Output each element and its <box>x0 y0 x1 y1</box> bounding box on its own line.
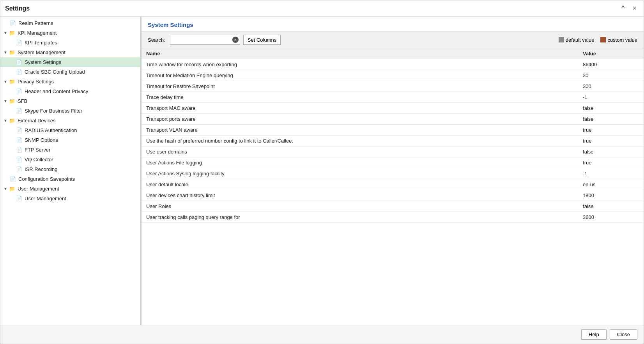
folder-icon: 📁 <box>9 49 15 55</box>
help-button[interactable]: Help <box>581 329 607 340</box>
folder-icon: 📁 <box>9 98 15 104</box>
footer: Help Close <box>0 325 644 344</box>
sidebar-item-oracle-sbc-config[interactable]: 📄Oracle SBC Config Upload <box>0 67 140 77</box>
sidebar-item-label: Oracle SBC Config Upload <box>25 69 85 75</box>
sidebar-item-skype-business-filter[interactable]: 📄Skype For Business Filter <box>0 106 140 116</box>
sidebar-item-radius-auth[interactable]: 📄RADIUS Authentication <box>0 125 140 135</box>
sidebar-item-label: ISR Recording <box>25 166 58 172</box>
chevron-icon: ▼ <box>4 187 7 191</box>
chevron-icon: ▼ <box>4 99 7 103</box>
legend-default: default value <box>559 37 594 43</box>
table-row[interactable]: User default locale en-us <box>142 179 644 190</box>
row-name: Transport VLAN aware <box>142 125 578 136</box>
table-row[interactable]: User tracking calls paging query range f… <box>142 212 644 223</box>
row-value: 30 <box>578 70 644 81</box>
clear-search-button[interactable]: × <box>232 37 239 43</box>
row-value: -1 <box>578 92 644 103</box>
table-row[interactable]: Time window for records when exporting 8… <box>142 59 644 70</box>
table-row[interactable]: Trace delay time -1 <box>142 92 644 103</box>
table-row[interactable]: User Actions File logging true <box>142 157 644 168</box>
doc-icon: 📄 <box>16 196 22 201</box>
chevron-icon: ▼ <box>4 79 7 84</box>
table-row[interactable]: User Actions Syslog logging facility -1 <box>142 168 644 179</box>
sidebar-item-label: RADIUS Authentication <box>25 127 77 133</box>
table-row[interactable]: Use user domains false <box>142 146 644 157</box>
minimize-button[interactable]: ^ <box>619 4 627 13</box>
content-area: System Settings Search: × Set Columns de… <box>142 17 644 325</box>
row-name: Use the hash of preferred number config … <box>142 136 578 146</box>
row-value: false <box>578 201 644 212</box>
sidebar-item-realm-patterns[interactable]: 📄Realm Patterns <box>0 18 140 28</box>
search-label: Search: <box>148 37 165 43</box>
row-name: User devices chart history limit <box>142 190 578 201</box>
table-row[interactable]: Use the hash of preferred number config … <box>142 136 644 146</box>
sidebar-item-ftp-server[interactable]: 📄FTP Server <box>0 145 140 155</box>
table-row[interactable]: Timeout for Mediation Engine querying 30 <box>142 70 644 81</box>
row-value: true <box>578 136 644 146</box>
close-window-button[interactable]: × <box>630 4 639 13</box>
legend-custom-label: custom value <box>607 37 637 43</box>
table-row[interactable]: Transport ports aware false <box>142 114 644 125</box>
folder-icon: 📁 <box>9 79 15 85</box>
table-row[interactable]: User Roles false <box>142 201 644 212</box>
sidebar-item-kpi-templates[interactable]: 📄KPI Templates <box>0 38 140 48</box>
row-value: 300 <box>578 81 644 92</box>
sidebar-item-label: Header and Content Privacy <box>25 88 88 94</box>
window-title: Settings <box>5 5 30 12</box>
row-value: true <box>578 125 644 136</box>
row-name: Transport ports aware <box>142 114 578 125</box>
sidebar-item-system-settings[interactable]: 📄System Settings <box>0 57 140 67</box>
content-header: System Settings <box>142 17 644 32</box>
table-row[interactable]: Transport MAC aware false <box>142 103 644 114</box>
doc-icon: 📄 <box>16 108 22 114</box>
sidebar-item-sfb[interactable]: ▼📁SFB <box>0 96 140 106</box>
sidebar-item-label: External Devices <box>18 118 56 123</box>
sidebar: 📄Realm Patterns▼📁KPI Management📄KPI Temp… <box>0 17 142 325</box>
doc-icon: 📄 <box>16 127 22 133</box>
sidebar-item-label: User Management <box>18 186 59 192</box>
doc-icon: 📄 <box>16 69 22 75</box>
sidebar-item-header-content-privacy[interactable]: 📄Header and Content Privacy <box>0 86 140 96</box>
table-row[interactable]: User devices chart history limit 1800 <box>142 190 644 201</box>
toolbar: Search: × Set Columns default value cust… <box>142 32 644 48</box>
set-columns-button[interactable]: Set Columns <box>243 35 281 45</box>
doc-icon: 📄 <box>16 40 22 46</box>
sidebar-item-system-management[interactable]: ▼📁System Management <box>0 48 140 57</box>
settings-window: Settings ^ × 📄Realm Patterns▼📁KPI Manage… <box>0 0 644 344</box>
sidebar-item-isr-recording[interactable]: 📄ISR Recording <box>0 164 140 174</box>
doc-icon: 📄 <box>16 166 22 172</box>
doc-icon: 📄 <box>16 59 22 65</box>
row-value: 1800 <box>578 190 644 201</box>
sidebar-item-label: User Management <box>25 196 66 201</box>
sidebar-item-config-savepoints[interactable]: 📄Configuration Savepoints <box>0 174 140 184</box>
sidebar-item-privacy-settings[interactable]: ▼📁Privacy Settings <box>0 77 140 86</box>
search-input[interactable] <box>170 35 240 45</box>
sidebar-item-user-management-folder[interactable]: ▼📁User Management <box>0 184 140 194</box>
title-controls: ^ × <box>619 4 639 13</box>
legend-custom: custom value <box>600 37 637 43</box>
row-value: false <box>578 103 644 114</box>
sidebar-item-label: Realm Patterns <box>18 20 53 26</box>
sidebar-item-label: FTP Server <box>25 147 50 153</box>
table-row[interactable]: Timeout for Restore Savepoint 300 <box>142 81 644 92</box>
table-row[interactable]: Transport VLAN aware true <box>142 125 644 136</box>
sidebar-item-vq-collector[interactable]: 📄VQ Collector <box>0 155 140 164</box>
row-name: Transport MAC aware <box>142 103 578 114</box>
row-name: Use user domains <box>142 146 578 157</box>
table-container: Name Value Time window for records when … <box>142 48 644 325</box>
sidebar-item-kpi-management[interactable]: ▼📁KPI Management <box>0 28 140 38</box>
sidebar-item-snmp-options[interactable]: 📄SNMP Options <box>0 135 140 145</box>
row-name: Trace delay time <box>142 92 578 103</box>
sidebar-item-user-management[interactable]: 📄User Management <box>0 194 140 203</box>
main-layout: 📄Realm Patterns▼📁KPI Management📄KPI Temp… <box>0 17 644 325</box>
chevron-icon: ▼ <box>4 50 7 55</box>
legend: default value custom value <box>559 37 637 43</box>
close-button[interactable]: Close <box>610 329 637 340</box>
sidebar-item-label: Privacy Settings <box>18 79 54 85</box>
row-value: 86400 <box>578 59 644 70</box>
row-value: 3600 <box>578 212 644 223</box>
title-bar: Settings ^ × <box>0 0 644 17</box>
sidebar-item-external-devices[interactable]: ▼📁External Devices <box>0 116 140 125</box>
table-header-row: Name Value <box>142 48 644 59</box>
search-wrapper: × <box>170 35 240 45</box>
